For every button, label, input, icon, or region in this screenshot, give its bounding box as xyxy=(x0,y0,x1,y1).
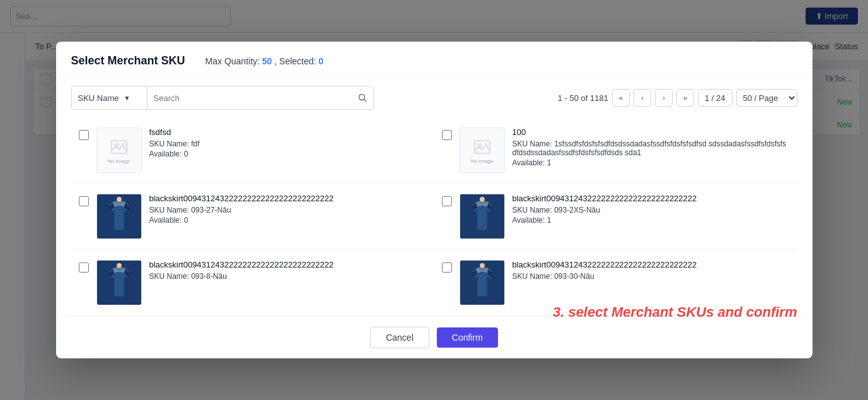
search-container: SKU Name ▼ xyxy=(71,86,374,110)
sku-available-2: Available: 1 xyxy=(512,158,790,167)
sku-item-3: blackskirt009431243222222222222222222222… xyxy=(71,184,434,250)
prev-page-button[interactable]: ‹ xyxy=(634,89,651,107)
sku-item-6: blackskirt009431243222222222222222222222… xyxy=(434,250,797,316)
sku-checkbox-1[interactable] xyxy=(79,130,89,140)
sku-checkbox-6[interactable] xyxy=(442,262,452,273)
last-page-button[interactable]: » xyxy=(676,89,694,107)
sku-checkbox-5[interactable] xyxy=(79,262,89,273)
sku-image-3 xyxy=(96,194,142,239)
sku-grid: No Image fsdfsd SKU Name: fdf Available:… xyxy=(71,117,797,316)
sku-image-2: No Image xyxy=(460,127,505,173)
sku-name-2: 100 xyxy=(512,127,790,137)
modal-toolbar: SKU Name ▼ 1 - 50 of 1181 « ‹ › » 1 xyxy=(56,78,813,117)
search-button[interactable] xyxy=(352,86,373,109)
svg-point-13 xyxy=(117,263,122,268)
sku-image-6 xyxy=(460,260,505,305)
sku-detail-5: SKU Name: 093-8-Nâu xyxy=(149,272,427,281)
sku-info-6: blackskirt009431243222222222222222222222… xyxy=(512,260,790,282)
dress-svg-5 xyxy=(97,261,141,305)
page-size-select[interactable]: 50 / Page 100 / Page xyxy=(736,89,797,107)
no-image-icon xyxy=(109,137,129,157)
sku-info-5: blackskirt009431243222222222222222222222… xyxy=(149,260,427,282)
svg-point-7 xyxy=(484,143,487,146)
sku-filter-label: SKU Name xyxy=(78,93,119,103)
sku-item-1: No Image fsdfsd SKU Name: fdf Available:… xyxy=(71,117,434,184)
sku-available-3: Available: 0 xyxy=(149,216,427,225)
pagination-range: 1 - 50 of 1181 xyxy=(558,93,608,103)
sku-info-2: 100 SKU Name: 1sfssdfsfdsfsfsdfdsdssdada… xyxy=(512,127,790,167)
sku-item-4: blackskirt009431243222222222222222222222… xyxy=(434,184,797,250)
sku-available-4: Available: 1 xyxy=(512,216,790,225)
sku-checkbox-2[interactable] xyxy=(442,130,452,140)
dress-image-3 xyxy=(97,194,141,238)
modal-footer: Cancel Confirm 3. select Merchant SKUs a… xyxy=(56,316,813,358)
sku-image-4 xyxy=(460,194,505,239)
search-icon xyxy=(358,93,367,102)
modal-title: Select Merchant SKU xyxy=(71,54,185,68)
sku-detail-3: SKU Name: 093-27-Nâu xyxy=(149,206,427,215)
sku-detail-6: SKU Name: 093-30-Nâu xyxy=(512,272,790,281)
no-image-placeholder-1: No Image xyxy=(97,128,141,172)
next-page-button[interactable]: › xyxy=(655,89,673,107)
dress-image-6 xyxy=(460,261,504,305)
dress-svg-6 xyxy=(460,261,504,305)
sku-checkbox-4[interactable] xyxy=(442,196,452,206)
svg-line-1 xyxy=(364,100,366,102)
dress-image-5 xyxy=(97,261,141,305)
sku-name-5: blackskirt009431243222222222222222222222… xyxy=(149,260,427,269)
sku-name-1: fsdfsd xyxy=(149,127,427,137)
sku-name-6: blackskirt009431243222222222222222222222… xyxy=(512,260,790,269)
dress-svg-3 xyxy=(97,194,141,238)
svg-point-9 xyxy=(117,197,122,202)
sku-detail-2: SKU Name: 1sfssdfsfdsfsfsdfdsdssdadasfss… xyxy=(512,139,790,157)
modal-body[interactable]: No Image fsdfsd SKU Name: fdf Available:… xyxy=(56,117,813,316)
sku-image-1: No Image xyxy=(96,127,142,173)
sku-info-4: blackskirt009431243222222222222222222222… xyxy=(512,194,790,225)
sku-detail-4: SKU Name: 093-2XS-Nâu xyxy=(512,206,790,215)
sku-filter-select[interactable]: SKU Name ▼ xyxy=(72,86,148,109)
sku-name-3: blackskirt009431243222222222222222222222… xyxy=(149,194,427,203)
svg-point-15 xyxy=(480,263,485,268)
sku-checkbox-3[interactable] xyxy=(79,196,89,206)
no-image-icon-2 xyxy=(472,137,492,157)
chevron-down-icon: ▼ xyxy=(124,95,130,102)
svg-point-4 xyxy=(121,143,124,146)
sku-item-5: blackskirt009431243222222222222222222222… xyxy=(71,250,434,316)
modal-backdrop: Select Merchant SKU Max Quantity: 50 , S… xyxy=(0,0,868,400)
dress-svg-4 xyxy=(460,194,504,238)
sku-image-5 xyxy=(96,260,142,305)
cancel-button[interactable]: Cancel xyxy=(370,327,429,348)
pagination-area: 1 - 50 of 1181 « ‹ › » 1 / 24 50 / Page … xyxy=(558,89,797,107)
select-merchant-sku-modal: Select Merchant SKU Max Quantity: 50 , S… xyxy=(56,42,813,358)
sku-available-1: Available: 0 xyxy=(149,150,427,158)
sku-info-3: blackskirt009431243222222222222222222222… xyxy=(149,194,427,225)
sku-info-1: fsdfsd SKU Name: fdf Available: 0 xyxy=(149,127,427,158)
modal-header: Select Merchant SKU Max Quantity: 50 , S… xyxy=(56,42,813,78)
first-page-button[interactable]: « xyxy=(612,89,630,107)
no-image-placeholder-2: No Image xyxy=(460,128,504,172)
modal-meta: Max Quantity: 50 , Selected: 0 xyxy=(205,56,324,66)
search-input[interactable] xyxy=(148,86,352,109)
sku-name-4: blackskirt009431243222222222222222222222… xyxy=(512,194,790,203)
svg-point-11 xyxy=(480,197,485,202)
page-indicator: 1 / 24 xyxy=(698,89,732,107)
sku-item-2: No Image 100 SKU Name: 1sfssdfsfdsfsfsdf… xyxy=(434,117,797,184)
dress-image-4 xyxy=(460,194,504,238)
sku-detail-1: SKU Name: fdf xyxy=(149,139,427,148)
confirm-button[interactable]: Confirm xyxy=(437,327,498,348)
